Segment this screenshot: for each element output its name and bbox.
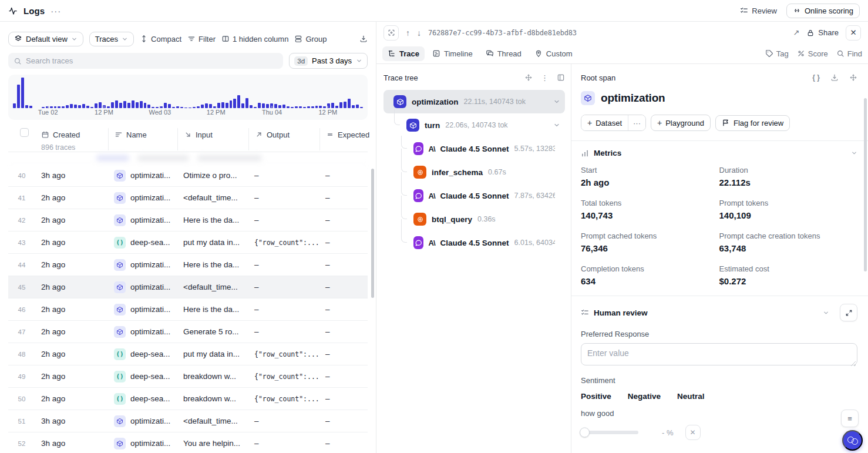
move-icon[interactable] [849, 73, 857, 82]
tab-custom[interactable]: Custom [529, 46, 578, 61]
axis-tick-label: Wed 03 [149, 109, 171, 116]
column-header-input[interactable]: Input [178, 128, 248, 141]
table-row[interactable]: 452h agooptimizati...<default_time...–– [8, 276, 368, 298]
expand-review-button[interactable] [840, 304, 857, 321]
brand-fab-button[interactable] [842, 430, 863, 451]
metric-label: Duration [719, 166, 858, 175]
tab-trace[interactable]: Trace [382, 46, 425, 61]
next-trace-button[interactable]: ↓ [417, 28, 421, 38]
review-button[interactable]: Review [740, 6, 777, 15]
score-button[interactable]: Score [797, 49, 828, 58]
clear-score-button[interactable]: ✕ [685, 425, 701, 440]
preferred-response-input[interactable] [581, 343, 857, 365]
expected-cell: – [319, 171, 368, 180]
metric-label: Prompt cache creation tokens [719, 231, 858, 240]
table-row[interactable]: 502h ago()deep-sea...breakdown w...{"row… [8, 388, 368, 410]
view-selector[interactable]: Default view [8, 32, 83, 46]
share-button[interactable]: Share [806, 28, 839, 37]
name-cell: ()deep-sea... [108, 393, 177, 405]
tree-span-row[interactable]: turn22.06s, 140743 tok [383, 113, 565, 137]
detail-scrollbar[interactable] [864, 98, 867, 271]
how-good-slider[interactable] [581, 431, 638, 434]
chevron-down-icon[interactable] [553, 98, 560, 105]
range-badge: 3d [294, 56, 308, 66]
sentiment-option-negative[interactable]: Negative [628, 392, 661, 401]
histogram-bar [74, 105, 77, 108]
human-review-title: Human review [594, 308, 648, 317]
table-row[interactable]: 492h ago()deep-sea...breakdown w...{"row… [8, 365, 368, 388]
tree-span-row[interactable]: A\Claude 4.5 Sonnet7.87s, 63426 tok [383, 184, 565, 207]
add-to-dataset-button[interactable]: +Dataset [581, 115, 628, 130]
metric-item: Prompt cache creation tokens63,748 [719, 231, 858, 253]
page-menu-button[interactable]: ··· [51, 6, 61, 16]
hidden-columns-button[interactable]: 1 hidden column [221, 35, 288, 43]
chevron-down-icon [356, 58, 362, 64]
tab-timeline[interactable]: Timeline [427, 46, 478, 61]
column-header-expected[interactable]: Expected [320, 128, 369, 141]
open-in-new-button[interactable]: ↗ [793, 28, 799, 37]
group-button[interactable]: Group [294, 35, 327, 43]
column-header-output[interactable]: Output [249, 128, 319, 141]
table-row[interactable]: 523h agooptimizati...You are helpin...–– [8, 432, 368, 453]
filter-button[interactable]: Filter [187, 35, 216, 43]
trace-tree-panel: Trace tree ⋮ optimization22.11s, 140743 … [376, 64, 571, 453]
table-row[interactable]: 432h ago()deep-sea...put my data in...{"… [8, 231, 368, 254]
tab-thread[interactable]: Thread [480, 46, 527, 61]
metrics-section-header[interactable]: Metrics [581, 149, 857, 157]
table-row[interactable]: 442h agooptimizati...Here is the da...–– [8, 254, 368, 276]
table-row[interactable]: 462h agooptimizati...Here is the da...–– [8, 298, 368, 321]
flag-for-review-button[interactable]: Flag for review [715, 115, 790, 131]
panel-layout-icon[interactable] [557, 73, 565, 82]
dataset-more-button[interactable]: ··· [628, 115, 645, 130]
sentiment-option-neutral[interactable]: Neutral [677, 392, 705, 401]
close-panel-button[interactable]: ✕ [846, 25, 861, 41]
chevron-down-icon[interactable] [553, 122, 560, 129]
chevron-down-icon[interactable] [851, 150, 857, 156]
floating-menu-button[interactable]: ≡ [841, 410, 859, 427]
export-button[interactable] [359, 35, 368, 43]
table-scrollbar[interactable] [371, 169, 374, 298]
human-review-section-header[interactable]: Human review [581, 304, 857, 321]
table-row[interactable]: 412h agooptimizati...<default_time...–– [8, 187, 368, 209]
select-all-checkbox[interactable] [20, 128, 29, 137]
time-range-selector[interactable]: 3d Past 3 days [289, 53, 368, 69]
table-row[interactable]: 422h agooptimizati...Here is the da...–– [8, 209, 368, 231]
name-cell: optimizati... [108, 281, 177, 293]
table-row[interactable]: 513h agooptimizati...<default_time...–– [8, 410, 368, 432]
slider-thumb[interactable] [580, 428, 590, 438]
tree-span-row[interactable]: infer_schema0.67s [383, 160, 565, 184]
span-name: turn [425, 121, 440, 130]
metric-item: Prompt tokens140,109 [719, 199, 858, 220]
focus-span-button[interactable] [383, 25, 399, 41]
find-button[interactable]: Find [836, 49, 862, 58]
online-scoring-button[interactable]: Online scoring [786, 4, 860, 18]
table-row[interactable]: 472h agooptimizati...Generate 5 ro...–– [8, 321, 368, 343]
tree-options-button[interactable]: ⋮ [541, 73, 549, 82]
download-icon[interactable] [830, 73, 839, 82]
column-header-name[interactable]: Name [109, 128, 177, 141]
tree-span-row[interactable]: A\Claude 4.5 Sonnet5.57s, 13283 tok [383, 137, 565, 160]
search-traces-box[interactable] [8, 53, 283, 69]
histogram-bar [70, 104, 73, 108]
search-input[interactable] [26, 56, 278, 65]
tree-span-row[interactable]: optimization22.11s, 140743 tok [383, 90, 565, 113]
metric-value: 63,748 [719, 243, 858, 253]
json-view-button[interactable]: { } [812, 73, 820, 82]
table-row[interactable]: 482h ago()deep-sea...put my data in...{"… [8, 343, 368, 365]
move-icon[interactable] [524, 73, 533, 82]
tree-span-row[interactable]: A\Claude 4.5 Sonnet6.01s, 64034 tok [383, 231, 565, 254]
previous-trace-button[interactable]: ↑ [406, 28, 410, 38]
add-to-playground-button[interactable]: +Playground [651, 115, 711, 131]
sentiment-option-positive[interactable]: Positive [581, 392, 611, 401]
chevron-down-icon[interactable] [823, 310, 829, 316]
trace-volume-histogram[interactable]: Tue 0212 PMWed 0312 PMThu 0412 PM [8, 75, 368, 120]
table-row[interactable]: 403h agooptimizati...Otimize o pro...–– [8, 165, 368, 187]
histogram-bar [42, 107, 45, 108]
output-cell: {"row_count":... [248, 239, 319, 247]
traces-mode-selector[interactable]: Traces [89, 32, 134, 46]
tree-span-row[interactable]: btql_query0.36s [383, 207, 565, 231]
row-number: 48 [8, 351, 35, 358]
compact-toggle[interactable]: Compact [140, 35, 181, 43]
column-header-created[interactable]: Created [35, 128, 108, 141]
tag-button[interactable]: Tag [765, 49, 789, 58]
